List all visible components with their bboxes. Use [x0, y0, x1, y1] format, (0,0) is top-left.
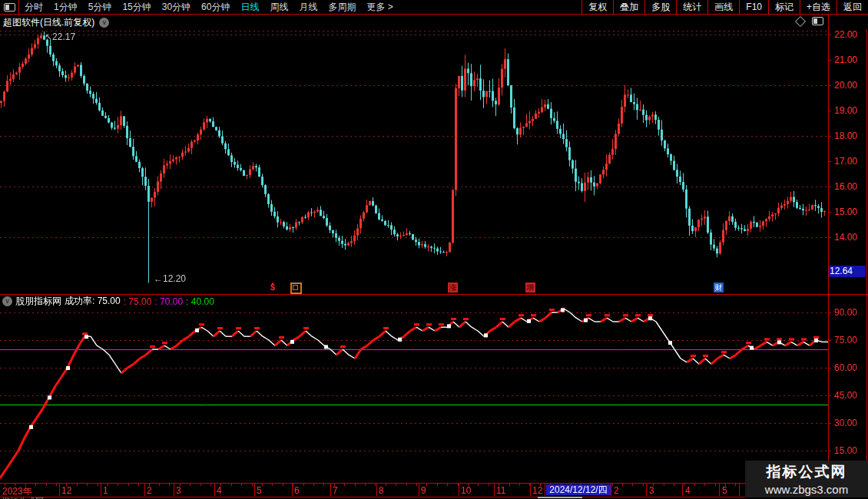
tool-button-返回[interactable]: 返回: [837, 0, 868, 14]
event-badge-财[interactable]: 财: [714, 283, 724, 292]
period-button-30分钟[interactable]: 30分钟: [157, 1, 196, 14]
period-button-多周期[interactable]: 多周期: [323, 1, 361, 14]
minor-tick: [35, 484, 36, 486]
minor-tick: [478, 484, 479, 486]
diamond-icon[interactable]: [795, 15, 806, 26]
indicator-metric: 成功率: 75.00: [65, 295, 121, 308]
minor-tick: [426, 484, 427, 486]
axis-separator: [214, 484, 215, 496]
main-price-chart[interactable]: [0, 29, 828, 294]
axis-separator: [646, 484, 647, 496]
time-axis-label[interactable]: 6: [294, 485, 300, 496]
time-axis-label[interactable]: 7: [333, 485, 338, 496]
minor-tick: [355, 484, 356, 486]
period-button-1分钟[interactable]: 1分钟: [48, 1, 83, 14]
tool-button-统计[interactable]: 统计: [676, 0, 707, 14]
minor-tick: [704, 484, 705, 486]
time-axis-label[interactable]: 10: [461, 485, 471, 496]
minor-tick: [128, 484, 129, 486]
panel-separator: [0, 294, 868, 295]
minor-tick: [406, 484, 407, 486]
minor-tick: [694, 484, 695, 486]
arrow-left-icon: ←: [154, 273, 163, 284]
dividend-icon[interactable]: ▴$: [268, 281, 277, 290]
site-watermark: 指标公式网 www.zbgs3.com: [745, 461, 868, 497]
price-axis-label: 17.00: [834, 156, 857, 167]
title-right-icons: [797, 17, 823, 25]
minor-tick: [200, 484, 201, 486]
indicator-header: ∨ 股朋指标网 成功率: 75.00 : 75.00 : 70.00 : 40.…: [0, 296, 828, 307]
minor-tick: [519, 484, 520, 486]
time-axis-label[interactable]: 1: [103, 485, 108, 496]
indicator-axis-label: 45.00: [834, 390, 857, 401]
minor-tick: [622, 484, 623, 486]
clipped-bottom-text: 指标公式网: [2, 496, 155, 499]
minor-tick: [283, 484, 283, 486]
period-button-60分钟[interactable]: 60分钟: [196, 1, 235, 14]
axis-separator: [101, 484, 101, 496]
axis-separator: [459, 484, 459, 496]
time-axis-label[interactable]: 5: [257, 485, 262, 496]
tool-button-复权[interactable]: 复权: [581, 0, 613, 14]
tool-button-F10[interactable]: F10: [739, 0, 768, 14]
indicator-axis-label: 15.00: [834, 445, 857, 456]
tool-button-画线[interactable]: 画线: [707, 0, 739, 14]
price-axis-label: 15.00: [834, 207, 857, 217]
time-axis-label[interactable]: 3: [176, 485, 181, 496]
minor-tick: [98, 484, 98, 486]
event-square-icon[interactable]: [290, 283, 302, 294]
chevron-down-icon[interactable]: ∨: [2, 296, 12, 306]
period-button-5分钟[interactable]: 5分钟: [83, 1, 118, 14]
time-axis-label[interactable]: 12: [61, 485, 71, 496]
minor-tick: [344, 484, 345, 486]
period-button-更多 >[interactable]: 更多 >: [361, 1, 398, 14]
minor-tick: [169, 484, 170, 486]
pane-icon[interactable]: [812, 17, 823, 25]
axis-separator: [530, 484, 531, 496]
chevron-down-icon[interactable]: ∨: [99, 18, 109, 28]
minor-tick: [735, 484, 736, 486]
axis-separator: [376, 484, 377, 496]
time-axis-label[interactable]: 9: [421, 485, 426, 496]
indicator-axis-label: 90.00: [834, 307, 857, 318]
minor-tick: [293, 484, 293, 486]
minor-tick: [77, 484, 78, 486]
time-axis-label[interactable]: 5: [722, 485, 727, 496]
period-button-月线[interactable]: 月线: [293, 1, 323, 14]
indicator-axis-label: 60.00: [834, 362, 857, 373]
price-axis-label: 20.00: [834, 80, 857, 91]
time-axis-label[interactable]: 8: [379, 485, 384, 496]
minor-tick: [437, 484, 438, 486]
indicator-chart[interactable]: [0, 307, 828, 482]
event-badge-涨[interactable]: 涨: [448, 283, 458, 292]
minor-tick: [684, 484, 684, 486]
minor-tick: [323, 484, 324, 486]
minor-tick: [375, 484, 376, 486]
time-axis-label[interactable]: 3: [649, 485, 654, 496]
scrollbar-thumb[interactable]: [538, 497, 582, 498]
time-axis-label[interactable]: 12: [532, 485, 542, 496]
period-button-日线[interactable]: 日线: [235, 1, 264, 14]
minor-tick: [664, 484, 664, 486]
minor-tick: [138, 484, 139, 486]
minor-tick: [190, 484, 190, 486]
period-button-周线[interactable]: 周线: [264, 1, 293, 14]
layout-toggle-button[interactable]: [0, 0, 19, 14]
period-button-15分钟[interactable]: 15分钟: [117, 1, 156, 14]
time-axis-label[interactable]: 11: [496, 485, 505, 496]
price-axis-label: 22.00: [834, 29, 857, 40]
time-axis-label[interactable]: 2: [614, 485, 619, 496]
time-axis-label[interactable]: 4: [217, 485, 222, 496]
event-badge-增[interactable]: 增: [525, 283, 535, 292]
period-button-分时[interactable]: 分时: [19, 1, 48, 14]
tool-button-叠加[interactable]: 叠加: [613, 0, 644, 14]
tool-button-多股[interactable]: 多股: [644, 0, 676, 14]
time-axis-label[interactable]: 2: [147, 485, 152, 496]
tool-button-标记[interactable]: 标记: [768, 0, 800, 14]
indicator-value-magenta: : 70.00: [154, 296, 183, 307]
time-axis-label[interactable]: 4: [685, 485, 691, 496]
indicator-name[interactable]: 股朋指标网: [15, 295, 61, 308]
stock-title: 超图软件(日线.前复权): [3, 16, 94, 29]
tool-button-+自选[interactable]: +自选: [800, 0, 837, 14]
axis-left-border: [828, 15, 829, 496]
